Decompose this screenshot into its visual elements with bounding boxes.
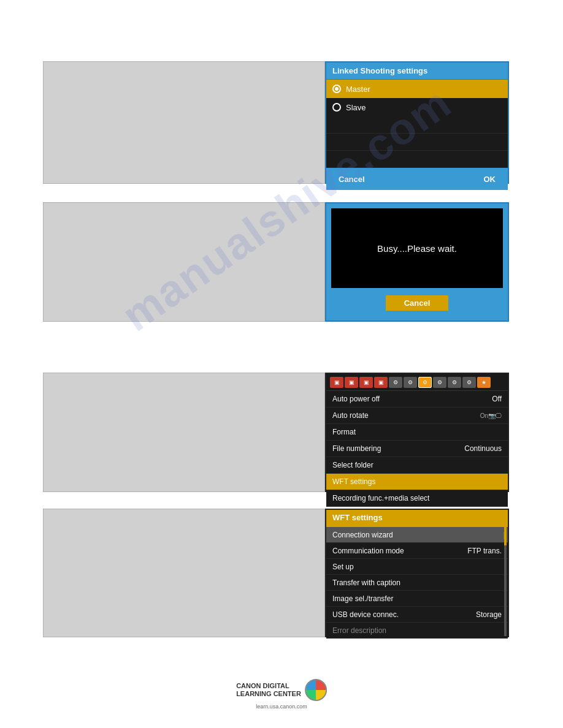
wft-title: WFT settings (326, 510, 508, 527)
linked-empty-1 (326, 116, 508, 134)
menu-value-file-numbering: Continuous (464, 444, 502, 453)
menu-tab-5[interactable]: ⚙ (389, 377, 402, 388)
panel2: Busy....Please wait. Cancel (43, 202, 521, 322)
linked-ok-btn[interactable]: OK (484, 175, 496, 184)
panel2-ui: Busy....Please wait. Cancel (325, 202, 509, 322)
panel1-ui: Linked Shooting settings Master Slave C (325, 61, 509, 184)
wft-value-usb: Storage (476, 610, 502, 619)
linked-option-master-label: Master (346, 85, 370, 94)
menu-tab-1[interactable]: ▣ (330, 377, 343, 388)
menu-tab-9[interactable]: ⚙ (448, 377, 461, 388)
menu-tab-4[interactable]: ▣ (374, 377, 388, 388)
linked-option-slave[interactable]: Slave (326, 98, 508, 116)
radio-slave (332, 103, 341, 112)
page-container: manualshive.com Linked Shooting settings… (0, 0, 563, 728)
footer-url: learn.usa.canon.com (256, 703, 307, 710)
menu-tab-3[interactable]: ▣ (359, 377, 373, 388)
busy-footer: Cancel (326, 293, 508, 313)
wft-row-connection-wizard[interactable]: Connection wizard (326, 527, 508, 543)
panel3: ▣ ▣ ▣ ▣ ⚙ ⚙ ⚙ ⚙ ⚙ ⚙ ★ Auto power off Off… (43, 373, 521, 492)
menu-row-file-numbering[interactable]: File numbering Continuous (326, 441, 508, 457)
wft-label-setup: Set up (332, 563, 354, 571)
menu-icons-row: ▣ ▣ ▣ ▣ ⚙ ⚙ ⚙ ⚙ ⚙ ⚙ ★ (326, 374, 508, 391)
menu-tab-7[interactable]: ⚙ (418, 377, 432, 388)
menu-value-auto-rotate: On📷🖵 (480, 412, 502, 419)
panel4-gray (43, 509, 325, 637)
menu-label-wft-settings: WFT settings (332, 477, 375, 486)
menu-label-format: Format (332, 428, 356, 436)
busy-text: Busy....Please wait. (377, 243, 457, 254)
busy-inner: Busy....Please wait. (331, 208, 503, 288)
linked-settings-body: Master Slave (326, 80, 508, 168)
wft-row-usb[interactable]: USB device connec. Storage (326, 607, 508, 623)
menu-tab-6[interactable]: ⚙ (404, 377, 417, 388)
wft-row-setup[interactable]: Set up (326, 559, 508, 575)
wft-label-usb: USB device connec. (332, 610, 399, 619)
menu-row-select-folder[interactable]: Select folder (326, 457, 508, 474)
linked-empty-3 (326, 151, 508, 168)
panel3-ui: ▣ ▣ ▣ ▣ ⚙ ⚙ ⚙ ⚙ ⚙ ⚙ ★ Auto power off Off… (325, 373, 509, 492)
menu-row-auto-rotate[interactable]: Auto rotate On📷🖵 (326, 408, 508, 424)
footer-logo: CANON DIGITAL LEARNING CENTER learn.usa.… (236, 679, 327, 710)
busy-cancel-btn[interactable]: Cancel (386, 295, 449, 311)
wft-label-transfer-caption: Transfer with caption (332, 578, 400, 587)
menu-row-format[interactable]: Format (326, 424, 508, 441)
menu-value-auto-power: Off (492, 395, 502, 403)
panel3-gray (43, 373, 325, 492)
panel4: WFT settings Connection wizard Communica… (43, 509, 521, 637)
wft-rows: Connection wizard Communication mode FTP… (326, 527, 508, 639)
panel1-gray (43, 61, 325, 184)
linked-empty-2 (326, 134, 508, 151)
wft-row-image-sel[interactable]: Image sel./transfer (326, 591, 508, 607)
linked-settings-title: Linked Shooting settings (326, 63, 508, 80)
linked-option-slave-label: Slave (346, 103, 366, 112)
menu-label-file-numbering: File numbering (332, 444, 381, 453)
footer-brand-lines: CANON DIGITAL LEARNING CENTER (236, 682, 301, 698)
menu-row-auto-power[interactable]: Auto power off Off (326, 391, 508, 408)
wft-label-error: Error description (332, 626, 386, 635)
menu-rows: Auto power off Off Auto rotate On📷🖵 Form… (326, 391, 508, 507)
wft-value-communication-mode: FTP trans. (467, 547, 502, 555)
menu-row-recording[interactable]: Recording func.+media select (326, 490, 508, 507)
wft-label-connection-wizard: Connection wizard (332, 531, 393, 539)
menu-label-auto-rotate: Auto rotate (332, 411, 369, 420)
footer-brand-line2: LEARNING CENTER (236, 690, 301, 698)
scroll-bar (504, 527, 507, 636)
menu-label-recording: Recording func.+media select (332, 494, 429, 502)
footer-logo-text: CANON DIGITAL LEARNING CENTER (236, 679, 327, 701)
linked-option-master[interactable]: Master (326, 80, 508, 98)
linked-cancel-btn[interactable]: Cancel (339, 175, 365, 184)
wft-row-transfer-caption[interactable]: Transfer with caption (326, 575, 508, 591)
wft-row-communication-mode[interactable]: Communication mode FTP trans. (326, 543, 508, 559)
menu-tab-10[interactable]: ⚙ (462, 377, 476, 388)
menu-label-select-folder: Select folder (332, 461, 373, 469)
footer-brand-line1: CANON DIGITAL (236, 682, 301, 690)
wft-label-image-sel: Image sel./transfer (332, 594, 393, 603)
panel2-gray (43, 202, 325, 322)
panel4-ui: WFT settings Connection wizard Communica… (325, 509, 509, 637)
menu-tab-11[interactable]: ★ (477, 377, 491, 388)
wft-label-communication-mode: Communication mode (332, 547, 404, 555)
radio-master (332, 85, 341, 93)
menu-label-auto-power: Auto power off (332, 395, 380, 403)
panel1: Linked Shooting settings Master Slave C (43, 61, 521, 184)
scroll-thumb (504, 527, 507, 545)
menu-row-wft-settings[interactable]: WFT settings (326, 474, 508, 490)
menu-tab-8[interactable]: ⚙ (433, 377, 446, 388)
canon-logo-circle (305, 679, 327, 701)
linked-footer: Cancel OK (326, 168, 508, 190)
menu-tab-2[interactable]: ▣ (345, 377, 358, 388)
wft-row-error: Error description (326, 623, 508, 639)
